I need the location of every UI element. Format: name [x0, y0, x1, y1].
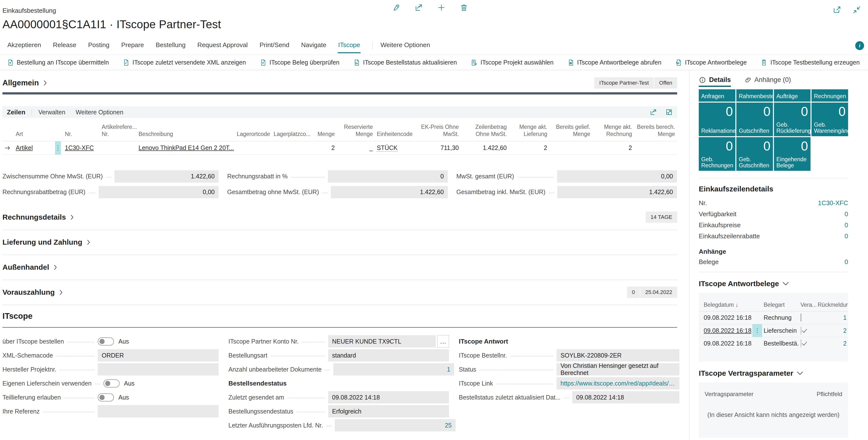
menu-print-send[interactable]: Print/Send: [259, 38, 290, 53]
ab-col-belegdatum[interactable]: Belegdatum ↓: [699, 300, 752, 311]
ribbon-projekt-auswaehlen[interactable]: ITscope Projekt auswählen: [471, 59, 553, 66]
col-bereits-berech[interactable]: Bereits berech. Menge: [634, 121, 677, 141]
partner-badge[interactable]: ITscope Partner-Test: [594, 77, 654, 89]
tab-details[interactable]: Details: [699, 74, 731, 87]
rabatt-prozent-value[interactable]: 0: [328, 170, 448, 182]
tab-anhaenge[interactable]: Anhänge (0): [745, 74, 791, 87]
vp-col-vertragsparameter[interactable]: Vertragsparameter: [705, 391, 753, 398]
ab-datum[interactable]: 09.08.2022 16:18: [699, 324, 752, 337]
col-bereits-gelief[interactable]: Bereits gelief. Menge: [549, 121, 592, 141]
ab-belegart[interactable]: Bestellbestä...: [762, 337, 799, 350]
zeilendetails-nr-link[interactable]: 1C30-XFC: [818, 199, 848, 207]
cell-menge[interactable]: 2: [307, 141, 337, 155]
gesamt-inkl-value[interactable]: 1.422,60: [557, 186, 677, 198]
verarbeitet-checkbox[interactable]: [801, 339, 801, 347]
rabatte-link[interactable]: 0: [845, 232, 848, 240]
ab-datum[interactable]: 09.08.2022 16:18: [699, 337, 752, 350]
col-art[interactable]: Art: [14, 121, 53, 141]
collapse-icon[interactable]: [852, 5, 861, 14]
cell-art[interactable]: Artikel: [14, 141, 53, 155]
cell-menge-rech[interactable]: 2: [592, 141, 634, 155]
ribbon-beleg-ueberpruefen[interactable]: ITscope Beleg überprüfen: [259, 59, 339, 66]
ab-col-belegart[interactable]: Belegart: [762, 300, 799, 311]
verarbeitet-checkbox[interactable]: [801, 327, 801, 335]
section-vorauszahlung[interactable]: Vorauszahlung 0 25.04.2022: [2, 280, 677, 305]
hersteller-projektnr-input[interactable]: [98, 363, 219, 375]
bestellungsart-input[interactable]: standard: [328, 349, 449, 362]
antwortbeleg-row[interactable]: 09.08.2022 16:18 Bestellbestä... 2: [699, 337, 848, 350]
allgemein-collapsed-bar[interactable]: [2, 92, 677, 95]
ab-col-verarbeitet[interactable]: Vera...: [799, 300, 816, 311]
antwortbeleg-row[interactable]: 09.08.2022 16:18 Rechnung 1: [699, 311, 848, 324]
bestellstatus-aktualisiert-input[interactable]: 09.08.2022 14:18: [572, 391, 679, 403]
section-allgemein[interactable]: Allgemein ITscope Partner-Test Offen: [2, 75, 677, 91]
section-rechnungsdetails[interactable]: Rechnungsdetails 14 TAGE: [2, 205, 677, 230]
ribbon-xml-anzeigen[interactable]: ITscope zuletzt versendete XML anzeigen: [123, 59, 246, 66]
col-menge[interactable]: Menge: [307, 121, 337, 141]
lines-share-icon[interactable]: [650, 108, 657, 116]
open-in-new-window-icon[interactable]: [833, 5, 841, 14]
menu-release[interactable]: Release: [52, 38, 76, 53]
verfuegbarkeit-link[interactable]: 0: [845, 210, 848, 218]
lieferschein-toggle[interactable]: [103, 379, 120, 387]
col-beschreibung[interactable]: Beschreibung: [136, 121, 235, 141]
cell-reserviert[interactable]: _: [337, 141, 375, 155]
new-icon[interactable]: [437, 3, 445, 12]
tile-reklamationen[interactable]: 0Reklamationen: [699, 103, 735, 136]
menu-navigate[interactable]: Navigate: [301, 38, 327, 53]
lines-open-icon[interactable]: [665, 108, 673, 116]
ausfuehrungsposten-value[interactable]: 25: [335, 419, 456, 431]
mwst-value[interactable]: 0,00: [557, 170, 677, 182]
ab-belegart[interactable]: Rechnung: [762, 311, 799, 324]
ab-count[interactable]: 1: [816, 311, 848, 324]
tile-geb-rechnungen[interactable]: 0Geb. Rechnungen: [699, 137, 735, 171]
cell-einheit[interactable]: STÜCK: [375, 141, 414, 155]
tile-auftraege[interactable]: Aufträge: [774, 89, 810, 102]
section-lieferung-zahlung[interactable]: Lieferung und Zahlung: [2, 230, 677, 255]
zuletzt-gesendet-input[interactable]: 09.08.2022 14:18: [328, 391, 449, 403]
ribbon-bestellung-uebermitteln[interactable]: Bestellung an ITscope übermitteln: [7, 59, 109, 66]
ribbon-testbestellung-erzeugen[interactable]: ITscope Testbestellung erzeugen: [761, 59, 860, 66]
lines-manage[interactable]: Verwalten: [38, 109, 65, 116]
cell-zeilenbetrag[interactable]: 1.422,60: [461, 141, 509, 155]
zahlungsbedingung-badge[interactable]: 14 TAGE: [646, 211, 677, 223]
cell-lagerort[interactable]: [235, 141, 272, 155]
col-lagerort[interactable]: Lagerortcode: [235, 121, 272, 141]
ab-belegart[interactable]: Lieferschein: [762, 324, 799, 337]
ab-count[interactable]: 2: [816, 324, 848, 337]
section-itscope[interactable]: ITscope: [2, 305, 677, 328]
antwortbeleg-row-selected[interactable]: 09.08.2022 16:18 ⋮ Lieferschein 2: [699, 324, 848, 337]
menu-request-approval[interactable]: Request Approval: [197, 38, 248, 53]
status-badge[interactable]: Offen: [654, 77, 677, 89]
row-handle-icon[interactable]: ⋮: [55, 141, 61, 155]
tile-rahmenbestellungen[interactable]: Rahmenbestellungen: [736, 89, 773, 102]
col-einheit[interactable]: Einheitencode: [375, 121, 414, 141]
menu-akzeptieren[interactable]: Akzeptieren: [7, 38, 41, 53]
col-artref[interactable]: Artikelrefere...Nr.: [100, 121, 136, 141]
ab-datum[interactable]: 09.08.2022 16:18: [699, 311, 752, 324]
tile-anfragen[interactable]: Anfragen: [699, 89, 735, 102]
col-zeilenbetrag[interactable]: Zeilenbetrag Ohne MwSt.: [461, 121, 509, 141]
ihre-referenz-input[interactable]: [98, 405, 219, 417]
col-menge-lief[interactable]: Menge akt. Lieferung: [509, 121, 549, 141]
tile-geb-ruecklieferungen[interactable]: 0Geb. Rücklieferungen: [774, 103, 810, 136]
menu-more-options[interactable]: Weitere Optionen: [380, 38, 431, 53]
info-icon[interactable]: i: [855, 41, 864, 50]
teillieferung-toggle[interactable]: [98, 394, 114, 402]
tile-rechnungen[interactable]: Rechnungen: [811, 89, 848, 102]
tile-geb-gutschriften[interactable]: 0Geb. Gutschriften: [736, 137, 773, 171]
ribbon-antwortbelege-abrufen[interactable]: ITscope Antwortbelege abrufen: [567, 59, 661, 66]
share-icon[interactable]: [414, 3, 423, 12]
col-ekpreis[interactable]: EK-Preis Ohne MwSt.: [414, 121, 461, 141]
voraus-datum-badge[interactable]: 25.04.2022: [640, 286, 677, 298]
lines-more-options[interactable]: Weitere Optionen: [76, 109, 123, 116]
cell-ekpreis[interactable]: 711,30: [414, 141, 461, 155]
vp-col-pflichtfeld[interactable]: Pflichtfeld: [817, 391, 842, 398]
rabattbetrag-value[interactable]: 0,00: [99, 186, 219, 198]
menu-itscope[interactable]: ITscope: [338, 38, 361, 53]
itscope-bestellnr-input[interactable]: SOYLBK-220809-2ER: [557, 349, 679, 362]
tile-geb-wareneingaenge[interactable]: 0Geb. Wareneingänge: [811, 103, 848, 136]
cell-beschreibung[interactable]: Lenovo ThinkPad E14 Gen 2 20T...: [136, 141, 235, 155]
xml-schemacode-input[interactable]: ORDER: [98, 349, 219, 362]
einkaufspreise-link[interactable]: 0: [845, 222, 848, 229]
